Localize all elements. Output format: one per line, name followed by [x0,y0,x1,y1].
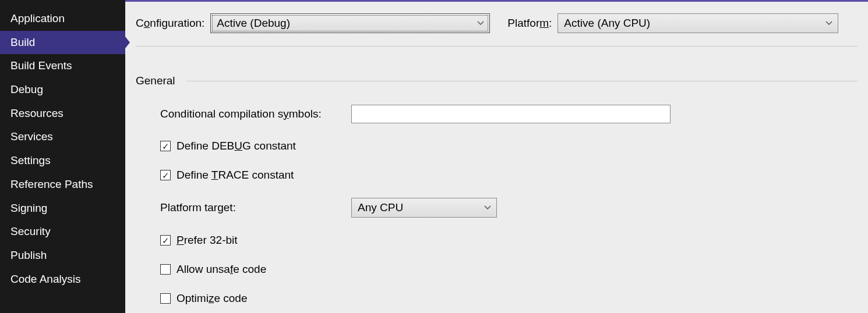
optimize-code-row[interactable]: Optimize code [160,292,858,305]
sidebar-item-services[interactable]: Services [0,125,125,149]
sidebar-item-label: Debug [10,83,43,95]
define-trace-row[interactable]: Define TRACE constant [160,169,858,182]
platform-target-row: Platform target: Any CPU [160,198,858,218]
configuration-value: Active (Debug) [217,17,290,30]
sidebar-item-signing[interactable]: Signing [0,197,125,220]
sidebar-item-reference-paths[interactable]: Reference Paths [0,173,125,197]
sidebar-item-label: Services [10,130,53,143]
conditional-symbols-row: Conditional compilation symbols: [160,105,858,123]
sidebar-item-label: Reference Paths [10,178,93,190]
configuration-label: Configuration: [136,17,204,30]
allow-unsafe-row[interactable]: Allow unsafe code [160,263,858,276]
platform-label: Platform: [507,17,552,30]
main-panel: Configuration: Active (Debug) Platform: … [125,0,868,313]
sidebar-item-security[interactable]: Security [0,220,125,244]
sidebar-item-settings[interactable]: Settings [0,149,125,173]
sidebar-item-label: Code Analysis [10,273,80,285]
define-trace-checkbox[interactable] [160,170,171,180]
conditional-symbols-input[interactable] [351,105,671,123]
sidebar-item-label: Build Events [10,59,72,72]
sidebar-item-label: Resources [10,107,63,119]
optimize-code-label: Optimize code [177,292,247,305]
platform-target-value: Any CPU [358,201,403,214]
sidebar-item-label: Security [10,225,51,237]
sidebar: Application Build Build Events Debug Res… [0,0,125,313]
allow-unsafe-label: Allow unsafe code [177,263,266,276]
sidebar-item-resources[interactable]: Resources [0,102,125,126]
prefer-32bit-label: Prefer 32-bit [177,234,238,247]
configuration-dropdown[interactable]: Active (Debug) [210,13,490,33]
optimize-code-checkbox[interactable] [160,293,171,304]
conditional-symbols-label: Conditional compilation symbols: [160,108,351,120]
sidebar-item-code-analysis[interactable]: Code Analysis [0,268,125,291]
allow-unsafe-checkbox[interactable] [160,264,171,275]
sidebar-item-label: Application [10,12,65,24]
platform-value: Active (Any CPU) [564,17,650,30]
sidebar-item-build-events[interactable]: Build Events [0,54,125,78]
sidebar-item-label: Settings [10,154,51,166]
define-debug-row[interactable]: Define DEBUG constant [160,140,858,152]
prefer-32bit-row[interactable]: Prefer 32-bit [160,234,858,247]
sidebar-item-application[interactable]: Application [0,7,125,31]
chevron-down-icon [484,204,492,212]
sidebar-item-build[interactable]: Build [0,31,125,55]
prefer-32bit-checkbox[interactable] [160,235,171,246]
divider [187,81,858,81]
define-trace-label: Define TRACE constant [177,169,294,182]
section-title: General [136,74,175,87]
config-platform-row: Configuration: Active (Debug) Platform: … [136,13,858,47]
platform-target-dropdown[interactable]: Any CPU [351,198,497,218]
chevron-down-icon [477,19,485,27]
chevron-down-icon [825,19,833,27]
sidebar-item-label: Build [10,36,35,48]
sidebar-item-label: Publish [10,249,47,261]
sidebar-item-publish[interactable]: Publish [0,244,125,268]
platform-target-label: Platform target: [160,201,351,214]
define-debug-label: Define DEBUG constant [177,140,296,152]
section-header-general: General [136,74,858,87]
sidebar-item-label: Signing [10,202,47,214]
general-form: Conditional compilation symbols: Define … [136,105,858,305]
define-debug-checkbox[interactable] [160,141,171,151]
platform-dropdown[interactable]: Active (Any CPU) [558,13,838,33]
sidebar-item-debug[interactable]: Debug [0,78,125,102]
